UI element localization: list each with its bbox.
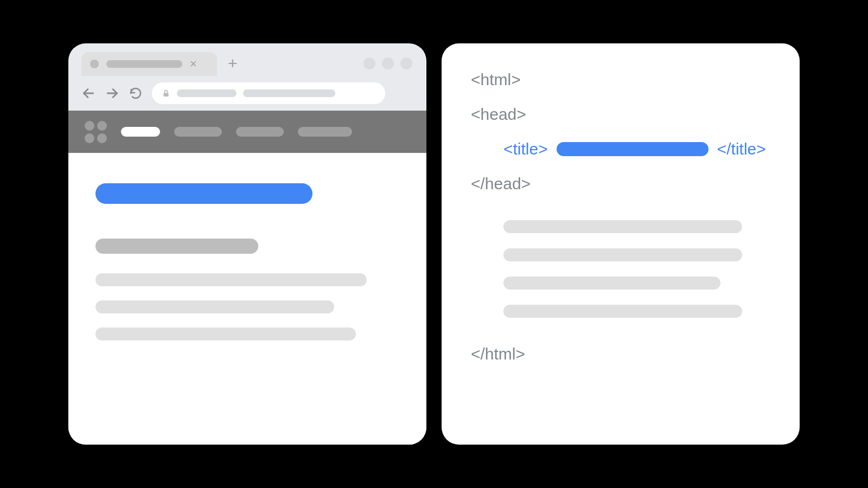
svg-rect-2 <box>163 93 168 97</box>
code-line-title: <title> </title> <box>471 140 770 158</box>
page-content <box>68 153 426 445</box>
page-subtitle-placeholder <box>95 239 258 254</box>
body-line-placeholder <box>503 248 742 261</box>
new-tab-button[interactable]: + <box>217 54 246 76</box>
address-bar[interactable] <box>152 82 385 104</box>
favicon-placeholder-icon <box>90 60 99 68</box>
body-line-placeholder <box>503 277 720 290</box>
page-title-placeholder <box>95 183 312 204</box>
title-open-tag: <title> <box>503 140 548 158</box>
arrow-left-icon <box>81 86 95 100</box>
code-body-placeholder <box>503 220 770 318</box>
code-line-head-close: </head> <box>471 175 770 193</box>
code-line-head-open: <head> <box>471 105 770 124</box>
url-segment-placeholder <box>243 89 335 97</box>
browser-tab[interactable]: × <box>81 52 217 76</box>
nav-item[interactable] <box>298 127 352 137</box>
browser-panel: × + <box>68 43 426 445</box>
code-line-html-close: </html> <box>471 345 770 363</box>
body-line-placeholder <box>503 220 742 233</box>
paragraph-line-placeholder <box>95 328 356 341</box>
window-control-dot[interactable] <box>382 57 394 69</box>
window-control-dot[interactable] <box>400 57 412 69</box>
site-logo-icon <box>85 121 107 143</box>
nav-item[interactable] <box>236 127 284 137</box>
window-controls <box>363 57 417 76</box>
tab-title-placeholder <box>106 60 182 68</box>
browser-toolbar <box>68 76 426 111</box>
title-content-placeholder <box>557 142 709 156</box>
reload-icon <box>129 87 142 100</box>
code-panel: <html> <head> <title> </title> </head> <… <box>442 43 800 445</box>
tab-strip: × + <box>68 43 426 76</box>
body-line-placeholder <box>503 305 742 318</box>
arrow-right-icon <box>105 86 119 100</box>
paragraph-line-placeholder <box>95 300 334 313</box>
nav-item-active[interactable] <box>121 127 160 137</box>
site-header <box>68 111 426 153</box>
close-tab-icon[interactable]: × <box>190 58 197 70</box>
lock-icon <box>162 89 170 98</box>
forward-button[interactable] <box>105 86 119 100</box>
code-line-html-open: <html> <box>471 70 770 89</box>
title-close-tag: </title> <box>717 140 766 158</box>
paragraph-line-placeholder <box>95 273 367 286</box>
back-button[interactable] <box>81 86 95 100</box>
url-segment-placeholder <box>177 89 237 97</box>
reload-button[interactable] <box>129 87 142 100</box>
window-control-dot[interactable] <box>363 57 375 69</box>
nav-item[interactable] <box>174 127 222 137</box>
